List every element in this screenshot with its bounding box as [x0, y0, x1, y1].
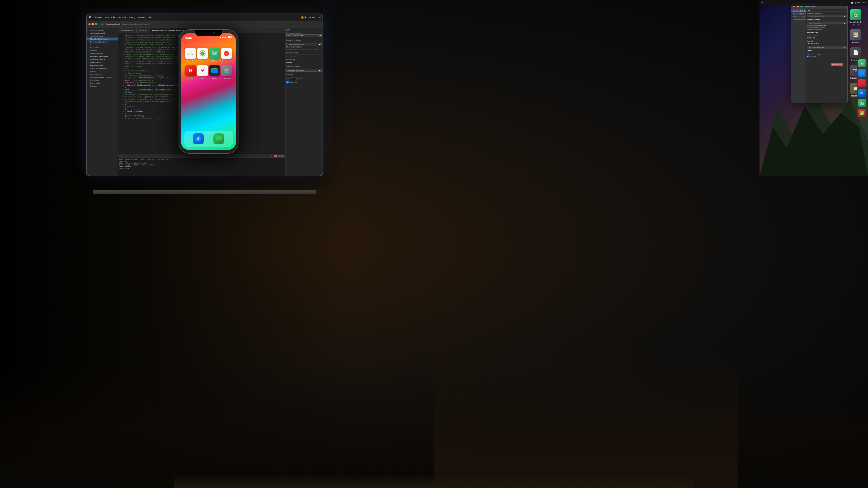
as-encoding-dropdown[interactable]: Use Explicit Line Endings	[807, 46, 846, 49]
menu-window[interactable]: Window	[137, 16, 146, 19]
reminders-icon[interactable]: ✓	[221, 48, 232, 59]
sidebar-item-smartlead[interactable]: SmartLeadBoard.swift	[87, 40, 118, 43]
clear-icon[interactable]	[274, 155, 277, 157]
sidebar-item-mainvc2[interactable]: MainViewController.m	[87, 55, 118, 58]
inspector-group-dropdown[interactable]: MainViewControllerGroup	[286, 43, 322, 45]
sidebar-item-vc2[interactable]: ViewControllers	[87, 52, 118, 55]
calendar-icon[interactable]: 17 calendar	[185, 48, 196, 59]
sidebar-item-prefs[interactable]: SmartleadBoard-Prefs.psh	[87, 76, 118, 79]
news-icon[interactable]: N	[185, 65, 196, 77]
tab-iphonexs[interactable]: iPhone XS	[136, 28, 150, 33]
inspector-type-value-label: MainViewController.m	[286, 32, 302, 34]
xcode-file-navigator[interactable]: SmartLeadBoard AppDelegate.swift ViewCon…	[87, 28, 118, 176]
app-item-calendar[interactable]: 17 calendar Calendar	[185, 48, 196, 62]
app-item-photos[interactable]: Photos	[197, 48, 208, 62]
sidebar-item-mainvc[interactable]: MainViewController.m	[87, 37, 118, 40]
app-item-settings[interactable]: ⚙️ Settings	[221, 65, 232, 79]
as-sidebar-relative[interactable]: Relative to Group	[792, 16, 806, 18]
sidebar-item-frameworks[interactable]: Frameworks	[87, 82, 118, 85]
app-item-maps[interactable]: 🗺️ Maps	[209, 48, 220, 62]
as-sidebar-mainvc2[interactable]: MainViewController.m	[792, 18, 806, 21]
settings-icon[interactable]: ⚙️	[221, 65, 232, 77]
sidebar-item-resources2[interactable]: Resources	[87, 79, 118, 82]
as-sidebar-class[interactable]: Default - Objective-C Sou...	[792, 12, 806, 16]
inspector-class-dropdown[interactable]: Default - Objective-C Sou...	[286, 34, 322, 37]
as-wrap-checkbox[interactable]	[807, 56, 809, 57]
dock-android-studio[interactable]: 🤖	[858, 59, 866, 67]
apple-menu[interactable]: ⌘	[88, 16, 91, 19]
dock-music[interactable]: 🎵	[858, 79, 866, 87]
app-item-wallet[interactable]: Wallet	[209, 65, 220, 79]
dock-maps[interactable]: 🗺️	[858, 99, 866, 107]
wrap-lines-checkbox[interactable]	[286, 81, 289, 83]
close-button[interactable]	[88, 23, 91, 25]
as-sidebar: MainViewController.m Default - Objective…	[792, 8, 806, 102]
sidebar-item-martin[interactable]: MartinSwift.m	[87, 61, 118, 64]
sidebar-item-resources[interactable]: Resources	[87, 46, 118, 49]
menu-debug[interactable]: Debug	[128, 16, 136, 19]
health-icon[interactable]: ❤	[197, 65, 208, 77]
dock-safari-icon[interactable]	[193, 133, 204, 144]
console-label: All Output	[125, 155, 268, 157]
sidebar-item-viewcontrollers[interactable]: ViewControllers	[87, 35, 118, 37]
filter-label[interactable]: Filter	[270, 155, 273, 157]
maps-icon[interactable]: 🗺️	[209, 48, 220, 59]
sidebar-item-appdelegate[interactable]: AppDelegate.swift	[87, 32, 118, 35]
sidebar-item-appdelegate2[interactable]: AppDelegate.m	[87, 64, 118, 67]
images-label: Images	[852, 41, 859, 43]
menu-edit[interactable]: Edit	[111, 16, 116, 19]
phone-screen: 5:36 ▲▲▲ 17 calen	[181, 33, 236, 150]
as-tab-input[interactable]	[811, 53, 815, 55]
inspector-type-section: type MainViewController.m Default - Obje…	[286, 29, 322, 37]
tab-size-input[interactable]	[290, 77, 297, 80]
photos-icon[interactable]	[197, 48, 208, 59]
inspector-group-title: Relative to Group	[286, 39, 322, 42]
sidebar-item-root[interactable]: SmartLeadBoard	[87, 29, 118, 32]
sidebar-item-classes[interactable]: Classes	[87, 49, 118, 52]
dock-chrome[interactable]: 🌐	[858, 69, 866, 77]
as-sidebar-mainvc[interactable]: MainViewController.m	[792, 9, 806, 12]
dock-finder[interactable]: 🔍	[858, 89, 866, 97]
app-item-news[interactable]: N News	[185, 65, 196, 79]
phone-body: 5:36 ▲▲▲ 17 calen	[179, 29, 239, 154]
images-folder-icon[interactable]: 🖼️	[850, 29, 861, 40]
inspector-encoding-dropdown[interactable]: Use Explicit Line Endings	[286, 69, 322, 72]
inspector-resource-placeholder: tags are taggable	[286, 55, 322, 57]
maximize-button[interactable]	[95, 23, 97, 25]
toggle-icon[interactable]	[281, 155, 284, 157]
menu-simulator[interactable]: Simulator	[93, 16, 103, 19]
as-class-dropdown[interactable]: Default - Objective-C Sou...	[807, 15, 846, 18]
wallet-icon[interactable]	[209, 65, 220, 77]
desktop-ini-icon[interactable]: 📄	[850, 47, 861, 58]
menu-hardware[interactable]: Hardware	[117, 16, 127, 19]
desktop-android-studio[interactable]: 🤖 Android Studio 3.2.0.0	[848, 9, 864, 26]
as-ownership-value: Lsboard	[807, 40, 846, 42]
tab-smartleadboard[interactable]: SmartLeadBoard	[118, 28, 136, 33]
dock-todoist[interactable]: ✅	[858, 109, 866, 117]
ios-wifi-icon: ▲▲▲	[219, 36, 226, 38]
inspector-spaces-title: Spaces	[286, 74, 322, 77]
dock-messages-icon[interactable]	[213, 133, 224, 144]
app-item-health[interactable]: ❤ Health	[197, 65, 208, 79]
clock-right: 17:36	[862, 2, 866, 4]
sidebar-item-plugins[interactable]: Plugins	[87, 70, 118, 73]
scheme-name[interactable]: SmartLeadBoard	[106, 23, 120, 25]
sidebar-item-smartlead2[interactable]: SmartleadBoard.m	[87, 58, 118, 61]
ios-app-row-1: 17 calendar Calendar	[185, 48, 232, 62]
split-icon[interactable]	[278, 155, 281, 157]
desktop-images[interactable]: 🖼️ Images	[848, 29, 864, 43]
as-relative-dropdown[interactable]: MainViewController.m	[807, 22, 846, 24]
menu-help[interactable]: Help	[147, 16, 153, 19]
menu-file[interactable]: File	[105, 16, 110, 19]
sidebar-item-othersources[interactable]: Other Sources	[87, 73, 118, 76]
minimize-button[interactable]	[92, 23, 94, 25]
sidebar-item-smartboard[interactable]: SmartLeadBoard.swift	[87, 67, 118, 70]
app-item-reminders[interactable]: ✓ Reminders	[221, 48, 232, 62]
sidebar-item-products[interactable]: Products	[87, 85, 118, 88]
sidebar-item-im[interactable]: im	[87, 43, 118, 46]
android-studio-icon[interactable]: 🤖	[850, 9, 861, 20]
toolbar-stop[interactable]: ⏹	[102, 23, 104, 25]
recycle-bin-label[interactable]: RECYCLE BIN	[831, 63, 843, 66]
calendar-label: Calendar	[187, 60, 194, 62]
toolbar-play[interactable]: ▶	[100, 23, 101, 25]
